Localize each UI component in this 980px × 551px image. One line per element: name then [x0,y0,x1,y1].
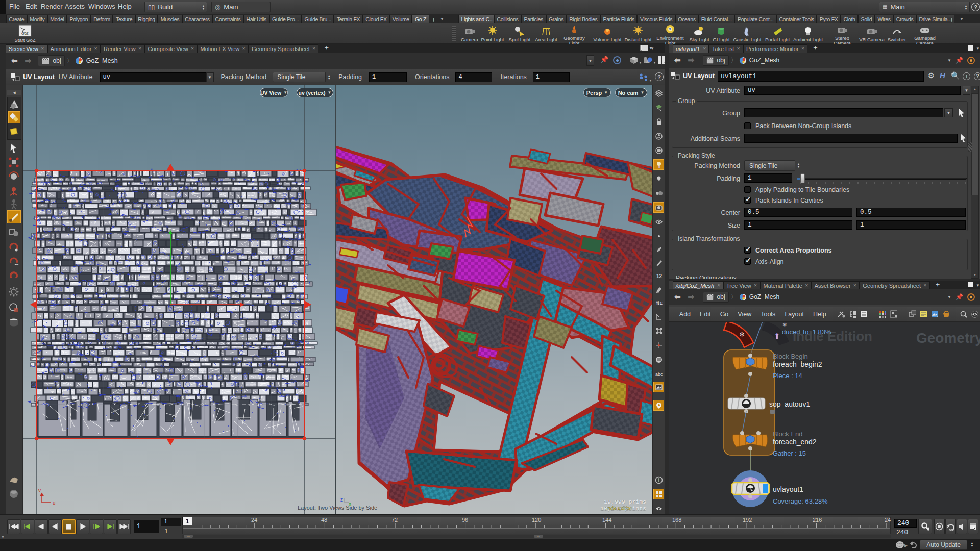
svg-text:⇅12: ⇅12 [656,300,663,306]
svg-text:Block End: Block End [773,430,803,438]
svg-text:48: 48 [321,517,327,523]
svg-text:u: u [53,500,56,506]
svg-text:❄: ❄ [739,331,745,338]
svg-text:z: z [340,497,343,503]
svg-text:120: 120 [532,517,541,523]
svg-text:72: 72 [391,517,398,523]
svg-text:Block Begin: Block Begin [773,353,808,360]
svg-text:Coverage: 63.28%: Coverage: 63.28% [773,497,828,505]
svg-text:Gather : 15: Gather : 15 [773,449,806,457]
svg-text:sop_autouv1: sop_autouv1 [769,400,810,408]
svg-text:i: i [658,478,659,483]
svg-text:12: 12 [656,273,663,279]
svg-text:144: 144 [602,517,611,523]
svg-text:abc: abc [655,372,663,377]
svg-text:uvlayout1: uvlayout1 [773,485,803,493]
svg-text:❄: ❄ [782,322,787,328]
svg-text:216: 216 [813,517,822,523]
svg-text:168: 168 [672,517,681,523]
svg-text:foreach_begin2: foreach_begin2 [773,360,822,368]
svg-text:240: 240 [885,517,891,523]
svg-text:Piece : 14: Piece : 14 [773,372,802,380]
svg-text:foreach_end2: foreach_end2 [773,438,817,446]
svg-text:GoZ: GoZ [21,32,29,35]
svg-text:duced To: 1.83%: duced To: 1.83% [782,328,831,336]
svg-text:Geometry: Geometry [916,330,980,346]
svg-text:+: + [937,314,938,318]
svg-text:⬆: ⬆ [774,332,780,340]
svg-text:192: 192 [743,517,752,523]
svg-text:v: v [38,488,41,493]
svg-text:96: 96 [462,517,468,523]
svg-text:24: 24 [251,517,257,523]
